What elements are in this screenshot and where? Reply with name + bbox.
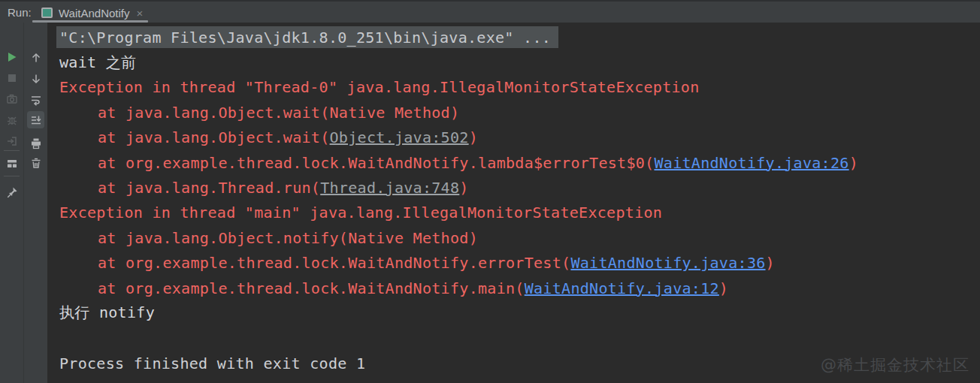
stdout-text: wait 之前 [59,53,136,73]
console-line-stack: at java.lang.Object.notify(Native Method… [59,225,980,250]
camera-thread-dump-icon [6,93,18,105]
clear-all-button[interactable] [27,154,44,171]
system-text: Process finished with exit code 1 [59,354,365,372]
stop-button[interactable] [3,69,20,86]
scroll-to-end-icon [30,114,42,126]
stderr-text: Exception in thread "Thread-0" java.lang… [59,78,700,96]
rerun-icon [6,51,18,63]
console-line-exception: Exception in thread "Thread-0" java.lang… [59,75,980,100]
stderr-text: ) [766,254,775,272]
run-toolbar-main [0,23,24,383]
console-line-command: "C:\Program Files\Java\jdk1.8.0_251\bin\… [59,25,980,50]
console-line-stack: at org.example.thread.lock.WaitAndNotify… [59,251,980,276]
console-line-stack: at org.example.thread.lock.WaitAndNotify… [59,276,980,300]
attach-console-button[interactable] [3,132,20,149]
stderr-text: ) [469,128,478,146]
trash-icon [30,157,42,169]
stop-icon [6,72,18,84]
stderr-text: ) [719,279,728,297]
pin-tab-button[interactable] [3,183,20,201]
close-icon[interactable]: × [136,8,143,19]
stderr-text: at java.lang.Object.wait(Native Method) [98,104,459,122]
stderr-text: at java.lang.Object.wait( [98,128,330,146]
stderr-text: ) [849,154,858,172]
stack-link-source[interactable]: WaitAndNotify.java:36 [570,254,765,272]
stack-link-source[interactable]: WaitAndNotify.java:26 [654,154,848,172]
run-tool-window-header: Run: WaitAndNotify × [0,2,980,23]
stderr-text: Exception in thread "main" java.lang.Ill… [59,204,662,222]
print-button[interactable] [27,134,44,152]
stderr-text: at java.lang.Object.notify(Native Method… [98,229,478,247]
soft-wrap-button[interactable] [27,91,44,108]
toolbar-separator [4,150,20,151]
arrow-up-icon [30,52,42,64]
restore-layout-button[interactable] [3,155,20,172]
console-line-stack: at java.lang.Object.wait(Native Method) [59,100,980,125]
stdout-text: 执行 notify [59,303,155,323]
scroll-to-end-button[interactable] [27,111,44,128]
console-toolbar [24,23,47,383]
juejin-watermark: @稀土掘金技术社区 [821,354,969,375]
stderr-text: ) [459,179,468,197]
printer-icon [30,137,42,149]
stderr-text: at java.lang.Thread.run( [98,179,320,197]
console-line-blank [59,326,980,351]
soft-wrap-icon [30,94,42,106]
next-occurrence-button[interactable] [27,70,44,87]
toolbar-separator [4,176,20,176]
console-line-stack: at java.lang.Object.wait(Object.java:502… [59,125,980,150]
run-label: Run: [8,6,32,19]
restore-layout-icon [6,158,18,170]
console-line-stack: at org.example.thread.lock.WaitAndNotify… [59,150,980,175]
rerun-button[interactable] [3,48,20,65]
thread-dump-button[interactable] [3,90,20,107]
command-line-text: "C:\Program Files\Java\jdk1.8.0_251\bin\… [56,26,558,48]
run-console-icon [41,8,53,18]
console-line-stdout: wait 之前 [59,50,980,74]
stack-link-jdk[interactable]: Object.java:502 [330,128,469,146]
rerun-failed-button[interactable] [3,111,20,128]
console-output[interactable]: "C:\Program Files\Java\jdk1.8.0_251\bin\… [47,23,980,383]
rerun-failed-bug-icon [6,114,18,126]
tab-title: WaitAndNotify [59,7,129,20]
arrow-down-icon [30,73,42,85]
console-line-stack: at java.lang.Thread.run(Thread.java:748) [59,175,980,200]
stack-link-source[interactable]: WaitAndNotify.java:12 [525,279,719,297]
stderr-text: at org.example.thread.lock.WaitAndNotify… [98,279,525,297]
stderr-text: at org.example.thread.lock.WaitAndNotify… [98,254,570,272]
prev-occurrence-button[interactable] [27,49,44,66]
pin-icon [6,186,18,198]
stack-link-jdk[interactable]: Thread.java:748 [320,179,459,197]
console-line-exception: Exception in thread "main" java.lang.Ill… [59,201,980,225]
stderr-text: at org.example.thread.lock.WaitAndNotify… [98,154,654,172]
enter-bracket-icon [6,135,18,147]
console-line-stdout: 执行 notify [59,300,980,325]
